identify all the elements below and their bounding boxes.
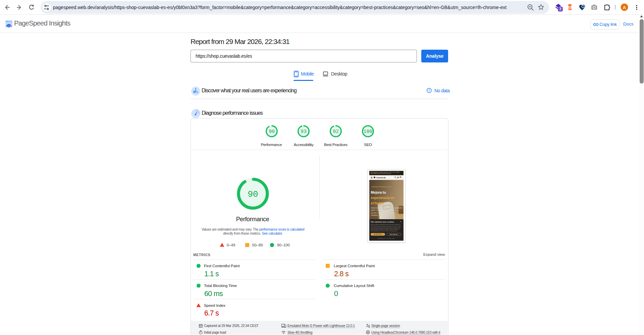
svg-text:90: 90 [269, 129, 275, 135]
svg-text:93: 93 [301, 129, 307, 135]
svg-text:A: A [623, 5, 626, 10]
svg-text:92: 92 [333, 129, 339, 135]
svg-text:90: 90 [248, 189, 258, 199]
svg-text:100: 100 [363, 129, 372, 135]
svg-text:7: 7 [559, 7, 561, 11]
